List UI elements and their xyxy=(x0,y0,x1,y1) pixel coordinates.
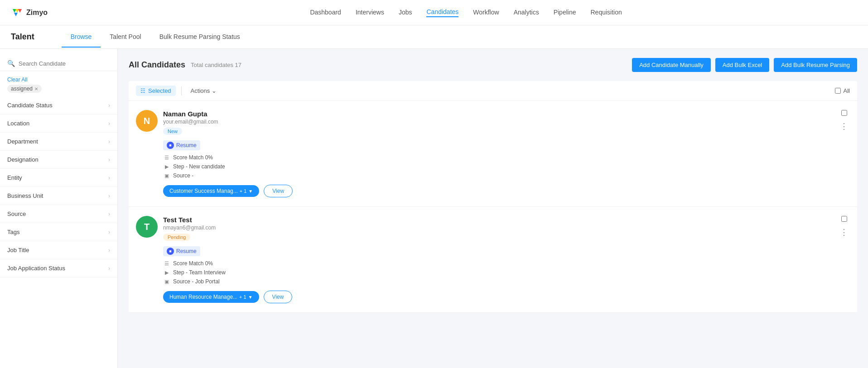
resume-tag[interactable]: ■ Resume xyxy=(163,140,200,150)
candidate-name: Test Test xyxy=(163,216,833,224)
view-button[interactable]: View xyxy=(264,291,293,303)
candidate-email: your.email@gmail.com xyxy=(163,119,833,125)
chevron-right-icon: › xyxy=(108,120,110,127)
filter-job-title[interactable]: Job Title › xyxy=(0,241,117,259)
candidates-title-section: All Candidates Total candidates 17 xyxy=(129,60,241,70)
sub-header: Talent Browse Talent Pool Bulk Resume Pa… xyxy=(0,25,868,49)
chevron-down-icon: ▼ xyxy=(248,295,253,300)
selected-indicator: ☷ Selected xyxy=(136,86,176,96)
clear-all-label[interactable]: Clear All xyxy=(7,76,28,83)
filter-job-title-label: Job Title xyxy=(7,247,29,253)
job-button[interactable]: Customer Success Manag... + 1 ▼ xyxy=(163,185,259,197)
nav-pipeline[interactable]: Pipeline xyxy=(554,9,576,17)
chevron-right-icon: › xyxy=(108,139,110,145)
filter-source[interactable]: Source › xyxy=(0,205,117,223)
filter-tags[interactable]: Tags › xyxy=(0,223,117,241)
resume-icon: ■ xyxy=(167,248,174,255)
step-row: ▶ Step - New candidate xyxy=(163,163,850,170)
card-footer: Human Resource Manage... + 1 ▼ View xyxy=(163,291,850,303)
search-box[interactable]: 🔍 xyxy=(0,56,117,71)
filter-location[interactable]: Location › xyxy=(0,115,117,133)
nav-jobs[interactable]: Jobs xyxy=(399,9,412,17)
job-button-label: Customer Success Manag... xyxy=(169,188,238,194)
search-input[interactable] xyxy=(19,60,110,67)
filter-job-application-status-label: Job Application Status xyxy=(7,265,65,272)
add-bulk-excel-button[interactable]: Add Bulk Excel xyxy=(715,58,769,72)
filter-entity-label: Entity xyxy=(7,174,22,181)
step-label: Step - New candidate xyxy=(173,163,225,170)
filter-location-label: Location xyxy=(7,120,29,127)
step-icon: ▶ xyxy=(163,163,170,170)
select-all-checkbox[interactable] xyxy=(835,88,841,94)
content-area: All Candidates Total candidates 17 Add C… xyxy=(118,49,868,368)
source-icon: ▣ xyxy=(163,278,170,285)
job-button[interactable]: Human Resource Manage... + 1 ▼ xyxy=(163,291,259,303)
score-row: ☰ Score Match 0% xyxy=(163,154,850,161)
sub-tabs: Browse Talent Pool Bulk Resume Parsing S… xyxy=(62,27,249,48)
active-filter-tag: assigned ✕ xyxy=(7,85,42,93)
filter-candidate-status[interactable]: Candidate Status › xyxy=(0,96,117,115)
nav-interviews[interactable]: Interviews xyxy=(356,9,384,17)
step-row: ▶ Step - Team Interview xyxy=(163,269,850,276)
card-checkbox[interactable] xyxy=(841,216,847,222)
filter-business-unit-label: Business Unit xyxy=(7,192,43,199)
score-label: Score Match 0% xyxy=(173,154,213,161)
nav-analytics[interactable]: Analytics xyxy=(514,9,539,17)
nav-dashboard[interactable]: Dashboard xyxy=(310,9,341,17)
add-candidate-manually-button[interactable]: Add Candidate Manually xyxy=(632,58,711,72)
filter-business-unit[interactable]: Business Unit › xyxy=(0,187,117,205)
actions-dropdown-button[interactable]: Actions ⌄ xyxy=(187,86,221,96)
filter-department-label: Department xyxy=(7,138,38,145)
card-meta: ☰ Score Match 0% ▶ Step - New candidate … xyxy=(163,154,850,179)
three-dot-menu[interactable]: ⋮ xyxy=(838,119,850,133)
nav-candidates[interactable]: Candidates xyxy=(426,8,458,17)
avatar: N xyxy=(136,110,158,132)
filter-icon: ☷ xyxy=(140,88,145,94)
filter-department[interactable]: Department › xyxy=(0,133,117,151)
nav-requisition[interactable]: Requisition xyxy=(590,9,622,17)
chevron-right-icon: › xyxy=(108,102,110,109)
tab-browse[interactable]: Browse xyxy=(62,27,101,48)
source-row: ▣ Source - Job Portal xyxy=(163,278,850,285)
top-navigation: Zimyo Dashboard Interviews Jobs Candidat… xyxy=(0,0,868,25)
chevron-down-icon: ▼ xyxy=(248,189,253,194)
filter-tag-label: assigned xyxy=(11,86,33,92)
candidates-header: All Candidates Total candidates 17 Add C… xyxy=(118,49,868,81)
card-checkbox[interactable] xyxy=(841,110,847,116)
toolbar-divider xyxy=(181,86,182,96)
tab-talent-pool[interactable]: Talent Pool xyxy=(101,27,150,48)
view-button[interactable]: View xyxy=(264,185,293,197)
card-info: Test Test nmayan6@gmail.com Pending ■ Re… xyxy=(163,216,833,256)
three-dot-menu[interactable]: ⋮ xyxy=(838,225,850,239)
action-buttons: Add Candidate Manually Add Bulk Excel Ad… xyxy=(632,58,857,72)
add-bulk-resume-button[interactable]: Add Bulk Resume Parsing xyxy=(774,58,857,72)
card-footer: Customer Success Manag... + 1 ▼ View xyxy=(163,185,850,197)
filter-entity[interactable]: Entity › xyxy=(0,169,117,187)
candidates-list-area: ☷ Selected Actions ⌄ All N xyxy=(118,81,868,313)
card-info: Naman Gupta your.email@gmail.com New ■ R… xyxy=(163,110,833,150)
tab-bulk-resume[interactable]: Bulk Resume Parsing Status xyxy=(150,27,249,48)
resume-label: Resume xyxy=(176,248,197,254)
chevron-right-icon: › xyxy=(108,265,110,272)
logo-text: Zimyo xyxy=(26,9,48,17)
source-label: Source - Job Portal xyxy=(173,278,220,285)
toolbar-left: ☷ Selected Actions ⌄ xyxy=(136,86,220,96)
remove-filter-tag[interactable]: ✕ xyxy=(34,86,38,91)
search-icon: 🔍 xyxy=(7,60,15,67)
source-label: Source - xyxy=(173,172,193,179)
filter-designation[interactable]: Designation › xyxy=(0,151,117,169)
app-logo[interactable]: Zimyo xyxy=(11,6,48,19)
nav-workflow[interactable]: Workflow xyxy=(473,9,499,17)
resume-tag[interactable]: ■ Resume xyxy=(163,246,200,256)
score-label: Score Match 0% xyxy=(173,260,213,267)
clear-all-section: Clear All assigned ✕ xyxy=(0,75,117,96)
job-count-badge: + 1 xyxy=(239,294,246,300)
score-icon: ☰ xyxy=(163,154,170,161)
actions-label: Actions xyxy=(191,87,210,94)
card-header: T Test Test nmayan6@gmail.com Pending ■ … xyxy=(136,216,850,256)
candidate-card: N Naman Gupta your.email@gmail.com New ■… xyxy=(129,101,857,207)
main-content: 🔍 Clear All assigned ✕ Candidate Status … xyxy=(0,49,868,368)
filter-job-application-status[interactable]: Job Application Status › xyxy=(0,259,117,277)
score-icon: ☰ xyxy=(163,260,170,267)
selected-label: Selected xyxy=(148,87,171,94)
